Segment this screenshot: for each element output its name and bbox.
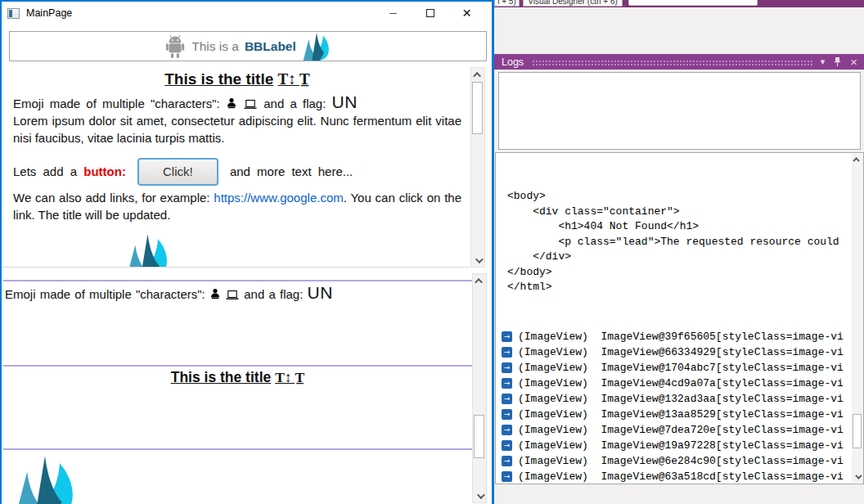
preview-emoji-text: Emoji made of multiple "characters":	[5, 287, 205, 301]
arrow-right-icon: →	[502, 378, 512, 389]
chevron-down-icon	[476, 491, 484, 499]
chevron-up-icon	[475, 277, 483, 286]
code-line: <p class="lead">The requested resource c…	[507, 235, 863, 250]
preview-row-logo[interactable]	[3, 448, 472, 504]
logo-paragraph: Here is a nice logo:	[13, 233, 461, 268]
logs-output-box: <body> <div class="container"> <h1>404 N…	[495, 152, 864, 484]
log-entry[interactable]: → (ImageView) ImageView@63a518cd[styleCl…	[496, 469, 863, 484]
scroll-track[interactable]	[473, 287, 486, 489]
log-entry-text: (ImageView) ImageView@4cd9a07a[styleClas…	[518, 377, 844, 389]
log-entry[interactable]: → (ImageView) ImageView@39f65605[styleCl…	[496, 329, 863, 344]
preview-title-glyphs: T↕ T̲	[275, 369, 304, 385]
log-list: → (ImageView) ImageView@39f65605[styleCl…	[496, 329, 863, 485]
minimize-button[interactable]: ─	[375, 2, 412, 25]
code-line: </div>	[507, 250, 863, 265]
code-line: <h1>404 Not Found</h1>	[507, 219, 863, 235]
toolbar-field[interactable]	[628, 0, 758, 6]
scroll-thumb[interactable]	[472, 82, 483, 134]
panel-drag-texture	[532, 60, 812, 66]
panel-menu-dropdown-icon[interactable]: ▾	[821, 57, 826, 66]
preview-row-title[interactable]: This is the title T↕ T̲	[3, 365, 472, 448]
arrow-right-icon: →	[502, 456, 512, 466]
visual-designer-button[interactable]: Visual Designer (ctrl + 6)	[523, 0, 623, 7]
log-entry[interactable]: → (ImageView) ImageView@19a97228[styleCl…	[496, 438, 863, 453]
log-entry-text: (ImageView) ImageView@132ad3aa[styleClas…	[518, 393, 844, 405]
app-icon	[7, 8, 20, 19]
laptop-icon	[226, 290, 239, 300]
scroll-up-button[interactable]	[473, 274, 486, 287]
log-entry[interactable]: → (ImageView) ImageView@132ad3aa[styleCl…	[496, 391, 863, 407]
logs-empty-box	[498, 72, 861, 150]
log-entry[interactable]: → (ImageView) ImageView@7dea720e[styleCl…	[496, 422, 863, 438]
logs-panel-title: Logs	[502, 56, 524, 68]
logs-scrollbar[interactable]	[852, 154, 863, 483]
maximize-button[interactable]	[412, 2, 448, 25]
firebase-logo-icon	[302, 32, 331, 61]
google-link[interactable]: https://www.google.com	[214, 191, 343, 205]
mainpage-window: MainPage ─ × This is a	[0, 0, 494, 504]
link-paragraph: We can also add links, for example: http…	[13, 190, 461, 223]
scroll-thumb[interactable]	[474, 415, 484, 458]
log-entry[interactable]: → (ImageView) ImageView@6e284c90[styleCl…	[496, 453, 863, 469]
arrow-right-icon: →	[502, 347, 512, 358]
scroll-thumb[interactable]	[853, 414, 862, 448]
log-entry[interactable]: → (ImageView) ImageView@7dd4e074[styleCl…	[496, 484, 863, 485]
log-entry-text: (ImageView) ImageView@19a97228[styleClas…	[518, 439, 844, 452]
arrow-right-icon: →	[502, 362, 512, 373]
lorem-paragraph: Lorem ipsum dolor sit amet, consectetur …	[13, 113, 461, 146]
toolbar-button-partial[interactable]: l + 5)	[494, 0, 520, 7]
laptop-icon	[244, 99, 257, 110]
log-entry[interactable]: → (ImageView) ImageView@1704abc7[styleCl…	[496, 360, 863, 376]
scroll-down-button[interactable]	[852, 471, 863, 483]
scroll-track[interactable]	[852, 165, 863, 471]
ide-toolbar: l + 5) Visual Designer (ctrl + 6)	[494, 0, 864, 7]
log-entry[interactable]: → (ImageView) ImageView@4cd9a07a[styleCl…	[496, 376, 863, 391]
logo-caption: Here is a nice logo:	[13, 266, 118, 268]
preview-emoji-line: Emoji made of multiple "characters": and…	[5, 283, 472, 304]
screenshot-stage: MainPage ─ × This is a	[0, 0, 864, 504]
component-preview-list: Emoji made of multiple "characters": and…	[3, 272, 472, 504]
log-entry[interactable]: → (ImageView) ImageView@66334929[styleCl…	[496, 344, 863, 360]
firebase-logo-image	[8, 455, 82, 504]
preview-scrollbar[interactable]	[472, 273, 487, 503]
scroll-down-button[interactable]	[473, 489, 486, 502]
arrow-right-icon: →	[502, 425, 512, 435]
scroll-up-button[interactable]	[852, 154, 863, 165]
arrow-right-icon: →	[502, 409, 512, 420]
document-title-text: This is the title	[164, 70, 273, 88]
link-paragraph-prefix: We can also add links, for example:	[13, 191, 209, 205]
ide-panel: l + 5) Visual Designer (ctrl + 6) Logs ▾…	[494, 0, 864, 504]
scroll-down-button[interactable]	[471, 254, 484, 267]
scroll-track[interactable]	[471, 81, 484, 254]
panel-close-icon[interactable]: ×	[850, 56, 857, 68]
button-paragraph-suffix: and more text here...	[230, 164, 353, 178]
log-entry-text: (ImageView) ImageView@66334929[styleClas…	[518, 346, 844, 358]
code-line: </body>	[507, 265, 863, 281]
document-scrollbar[interactable]	[470, 67, 485, 268]
document-title-glyphs: T↕ T̲	[278, 70, 310, 88]
log-entry[interactable]: → (ImageView) ImageView@13aa8529[styleCl…	[496, 407, 863, 422]
log-entry-text: (ImageView) ImageView@39f65605[styleClas…	[518, 331, 844, 343]
scroll-up-button[interactable]	[471, 68, 484, 81]
pin-icon[interactable]	[834, 56, 841, 67]
log-entry-text: (ImageView) ImageView@7dea720e[styleClas…	[518, 424, 844, 436]
preview-title-text: This is the title	[171, 369, 272, 385]
logs-panel-header[interactable]: Logs ▾ ×	[494, 54, 864, 70]
log-entry-text: (ImageView) ImageView@63a518cd[styleClas…	[518, 470, 844, 483]
preview-flag-label: and a flag:	[244, 287, 303, 301]
preview-row-emoji[interactable]: Emoji made of multiple "characters": and…	[3, 280, 472, 365]
titlebar[interactable]: MainPage ─ ×	[2, 2, 492, 25]
document-view: This is the title T↕ T̲ Emoji made of mu…	[3, 67, 470, 268]
button-paragraph: Lets add a button: Click! and more text …	[13, 157, 461, 186]
button-word-red: button:	[83, 164, 126, 178]
chevron-up-icon	[853, 157, 859, 164]
chevron-down-icon	[475, 255, 483, 263]
un-flag-fallback-text: UN	[332, 92, 358, 111]
code-line: </html>	[507, 280, 863, 295]
log-entry-text: (ImageView) ImageView@6e284c90[styleClas…	[518, 455, 844, 467]
click-button[interactable]: Click!	[137, 158, 218, 186]
chevron-down-icon	[855, 472, 862, 479]
close-button[interactable]: ×	[448, 2, 485, 25]
emoji-paragraph: Emoji made of multiple "characters": and…	[13, 92, 461, 113]
bblabel-banner: This is a BBLabel	[9, 31, 487, 61]
